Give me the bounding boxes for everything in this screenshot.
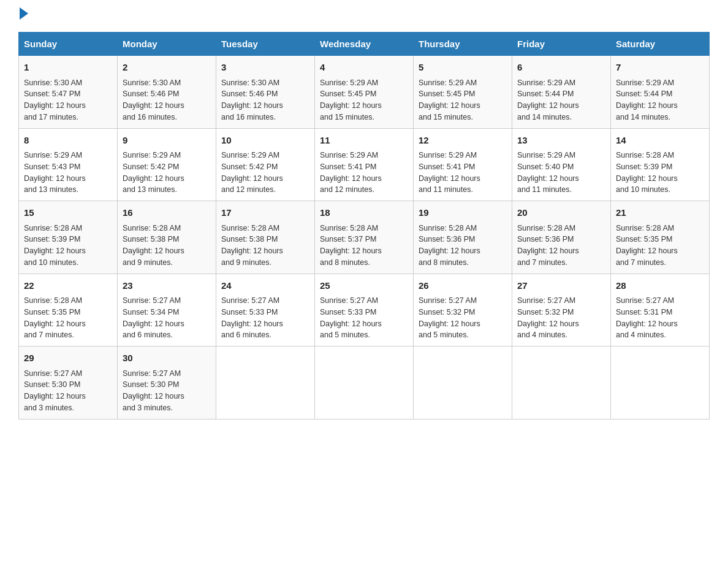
calendar-cell: 29 Sunrise: 5:27 AMSunset: 5:30 PMDaylig… xyxy=(19,347,118,419)
day-info: Sunrise: 5:30 AMSunset: 5:46 PMDaylight:… xyxy=(123,79,184,121)
day-info: Sunrise: 5:29 AMSunset: 5:41 PMDaylight:… xyxy=(419,151,480,194)
day-number: 18 xyxy=(320,206,408,220)
calendar-cell: 14 Sunrise: 5:28 AMSunset: 5:39 PMDaylig… xyxy=(611,128,710,201)
calendar-cell: 15 Sunrise: 5:28 AMSunset: 5:39 PMDaylig… xyxy=(19,201,118,274)
day-number: 6 xyxy=(517,61,605,75)
day-info: Sunrise: 5:28 AMSunset: 5:37 PMDaylight:… xyxy=(320,224,382,267)
week-row-2: 8 Sunrise: 5:29 AMSunset: 5:43 PMDayligh… xyxy=(19,128,710,201)
day-number: 30 xyxy=(123,351,211,366)
calendar-cell: 16 Sunrise: 5:28 AMSunset: 5:38 PMDaylig… xyxy=(118,201,216,274)
calendar-cell: 8 Sunrise: 5:29 AMSunset: 5:43 PMDayligh… xyxy=(19,128,118,201)
day-number: 22 xyxy=(24,279,112,293)
day-number: 8 xyxy=(24,134,112,148)
day-info: Sunrise: 5:28 AMSunset: 5:36 PMDaylight:… xyxy=(419,224,480,267)
week-row-3: 15 Sunrise: 5:28 AMSunset: 5:39 PMDaylig… xyxy=(19,201,710,274)
day-info: Sunrise: 5:29 AMSunset: 5:45 PMDaylight:… xyxy=(419,79,480,121)
week-row-5: 29 Sunrise: 5:27 AMSunset: 5:30 PMDaylig… xyxy=(19,347,710,419)
day-info: Sunrise: 5:27 AMSunset: 5:34 PMDaylight:… xyxy=(123,296,184,339)
day-info: Sunrise: 5:28 AMSunset: 5:38 PMDaylight:… xyxy=(221,224,283,267)
calendar-table: SundayMondayTuesdayWednesdayThursdayFrid… xyxy=(18,32,710,419)
header-sunday: Sunday xyxy=(19,33,118,56)
header-wednesday: Wednesday xyxy=(315,33,414,56)
day-number: 27 xyxy=(517,279,605,293)
day-number: 29 xyxy=(24,351,112,366)
calendar-cell: 3 Sunrise: 5:30 AMSunset: 5:46 PMDayligh… xyxy=(216,56,315,129)
logo xyxy=(18,12,28,20)
day-info: Sunrise: 5:30 AMSunset: 5:47 PMDaylight:… xyxy=(24,79,86,121)
day-number: 25 xyxy=(320,279,408,293)
calendar-cell: 22 Sunrise: 5:28 AMSunset: 5:35 PMDaylig… xyxy=(19,274,118,347)
day-info: Sunrise: 5:29 AMSunset: 5:42 PMDaylight:… xyxy=(221,151,283,194)
day-info: Sunrise: 5:27 AMSunset: 5:31 PMDaylight:… xyxy=(616,296,678,339)
day-info: Sunrise: 5:27 AMSunset: 5:33 PMDaylight:… xyxy=(221,296,283,339)
day-number: 7 xyxy=(616,61,704,75)
day-info: Sunrise: 5:29 AMSunset: 5:42 PMDaylight:… xyxy=(123,151,184,194)
day-info: Sunrise: 5:27 AMSunset: 5:33 PMDaylight:… xyxy=(320,296,382,339)
day-number: 20 xyxy=(517,206,605,220)
calendar-cell: 30 Sunrise: 5:27 AMSunset: 5:30 PMDaylig… xyxy=(118,347,216,419)
day-number: 3 xyxy=(221,61,309,75)
day-info: Sunrise: 5:29 AMSunset: 5:43 PMDaylight:… xyxy=(24,151,86,194)
day-number: 11 xyxy=(320,134,408,148)
calendar-cell: 25 Sunrise: 5:27 AMSunset: 5:33 PMDaylig… xyxy=(315,274,414,347)
day-info: Sunrise: 5:28 AMSunset: 5:35 PMDaylight:… xyxy=(616,224,678,267)
calendar-cell: 13 Sunrise: 5:29 AMSunset: 5:40 PMDaylig… xyxy=(512,128,611,201)
day-info: Sunrise: 5:29 AMSunset: 5:44 PMDaylight:… xyxy=(616,79,678,121)
day-number: 28 xyxy=(616,279,704,293)
day-number: 13 xyxy=(517,134,605,148)
week-row-1: 1 Sunrise: 5:30 AMSunset: 5:47 PMDayligh… xyxy=(19,56,710,129)
calendar-cell: 4 Sunrise: 5:29 AMSunset: 5:45 PMDayligh… xyxy=(315,56,414,129)
calendar-cell: 26 Sunrise: 5:27 AMSunset: 5:32 PMDaylig… xyxy=(414,274,512,347)
day-number: 15 xyxy=(24,206,112,220)
day-number: 2 xyxy=(123,61,211,75)
calendar-cell xyxy=(216,347,315,419)
day-info: Sunrise: 5:29 AMSunset: 5:40 PMDaylight:… xyxy=(517,151,579,194)
day-number: 4 xyxy=(320,61,408,75)
calendar-cell: 17 Sunrise: 5:28 AMSunset: 5:38 PMDaylig… xyxy=(216,201,315,274)
day-number: 24 xyxy=(221,279,309,293)
calendar-header-row: SundayMondayTuesdayWednesdayThursdayFrid… xyxy=(19,33,710,56)
day-info: Sunrise: 5:28 AMSunset: 5:36 PMDaylight:… xyxy=(517,224,579,267)
day-number: 10 xyxy=(221,134,309,148)
calendar-cell: 2 Sunrise: 5:30 AMSunset: 5:46 PMDayligh… xyxy=(118,56,216,129)
day-number: 16 xyxy=(123,206,211,220)
day-number: 19 xyxy=(419,206,507,220)
calendar-cell: 11 Sunrise: 5:29 AMSunset: 5:41 PMDaylig… xyxy=(315,128,414,201)
calendar-cell: 27 Sunrise: 5:27 AMSunset: 5:32 PMDaylig… xyxy=(512,274,611,347)
day-info: Sunrise: 5:30 AMSunset: 5:46 PMDaylight:… xyxy=(221,79,283,121)
day-info: Sunrise: 5:27 AMSunset: 5:30 PMDaylight:… xyxy=(24,369,86,412)
calendar-cell: 28 Sunrise: 5:27 AMSunset: 5:31 PMDaylig… xyxy=(611,274,710,347)
day-number: 17 xyxy=(221,206,309,220)
header-friday: Friday xyxy=(512,33,611,56)
calendar-cell xyxy=(512,347,611,419)
day-number: 21 xyxy=(616,206,704,220)
calendar-cell: 19 Sunrise: 5:28 AMSunset: 5:36 PMDaylig… xyxy=(414,201,512,274)
day-info: Sunrise: 5:27 AMSunset: 5:32 PMDaylight:… xyxy=(517,296,579,339)
calendar-cell xyxy=(611,347,710,419)
day-info: Sunrise: 5:28 AMSunset: 5:39 PMDaylight:… xyxy=(616,151,678,194)
day-number: 23 xyxy=(123,279,211,293)
day-info: Sunrise: 5:27 AMSunset: 5:30 PMDaylight:… xyxy=(123,369,184,412)
day-info: Sunrise: 5:29 AMSunset: 5:45 PMDaylight:… xyxy=(320,79,382,121)
calendar-cell: 1 Sunrise: 5:30 AMSunset: 5:47 PMDayligh… xyxy=(19,56,118,129)
day-number: 12 xyxy=(419,134,507,148)
calendar-cell: 10 Sunrise: 5:29 AMSunset: 5:42 PMDaylig… xyxy=(216,128,315,201)
day-info: Sunrise: 5:28 AMSunset: 5:35 PMDaylight:… xyxy=(24,296,86,339)
calendar-cell: 20 Sunrise: 5:28 AMSunset: 5:36 PMDaylig… xyxy=(512,201,611,274)
day-info: Sunrise: 5:27 AMSunset: 5:32 PMDaylight:… xyxy=(419,296,480,339)
calendar-cell: 23 Sunrise: 5:27 AMSunset: 5:34 PMDaylig… xyxy=(118,274,216,347)
day-number: 9 xyxy=(123,134,211,148)
header-saturday: Saturday xyxy=(611,33,710,56)
calendar-cell: 5 Sunrise: 5:29 AMSunset: 5:45 PMDayligh… xyxy=(414,56,512,129)
day-number: 1 xyxy=(24,61,112,75)
calendar-cell: 7 Sunrise: 5:29 AMSunset: 5:44 PMDayligh… xyxy=(611,56,710,129)
day-info: Sunrise: 5:28 AMSunset: 5:38 PMDaylight:… xyxy=(123,224,184,267)
calendar-cell: 12 Sunrise: 5:29 AMSunset: 5:41 PMDaylig… xyxy=(414,128,512,201)
day-number: 5 xyxy=(419,61,507,75)
header-tuesday: Tuesday xyxy=(216,33,315,56)
logo-arrow-icon xyxy=(20,7,28,20)
day-number: 26 xyxy=(419,279,507,293)
week-row-4: 22 Sunrise: 5:28 AMSunset: 5:35 PMDaylig… xyxy=(19,274,710,347)
calendar-cell xyxy=(414,347,512,419)
header-monday: Monday xyxy=(118,33,216,56)
